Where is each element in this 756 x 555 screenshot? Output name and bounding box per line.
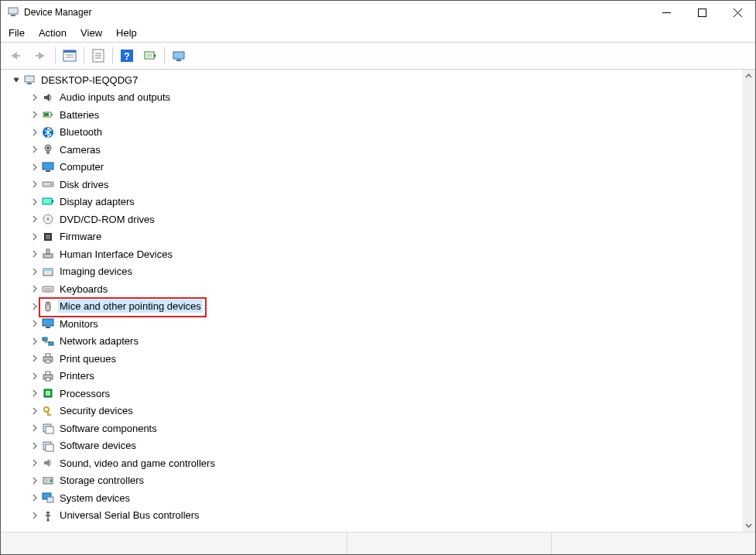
tree-category-row[interactable]: Sound, video and game controllers	[1, 454, 742, 472]
tree-category-row[interactable]: Computer	[1, 159, 742, 176]
svg-rect-35	[43, 198, 52, 204]
tree-category-label: Human Interface Devices	[58, 248, 174, 261]
computer-icon	[22, 73, 36, 87]
chevron-right-icon[interactable]	[29, 94, 41, 101]
tree-category-row[interactable]: Display adapters	[1, 194, 742, 211]
properties-button[interactable]	[87, 46, 109, 65]
svg-rect-68	[46, 444, 53, 451]
tree-root-row[interactable]: DESKTOP-IEQQDG7	[1, 71, 742, 89]
bluetooth-icon	[41, 125, 55, 139]
chevron-right-icon[interactable]	[29, 111, 41, 118]
tree-category-row[interactable]: Software devices	[1, 437, 742, 455]
cpu-icon	[41, 386, 55, 400]
chevron-right-icon[interactable]	[29, 163, 41, 171]
chevron-right-icon[interactable]	[29, 303, 41, 310]
chevron-right-icon[interactable]	[29, 372, 41, 380]
svg-rect-52	[43, 337, 47, 341]
battery-icon	[41, 108, 55, 122]
tree-category-row[interactable]: Monitors	[1, 315, 742, 333]
chevron-right-icon[interactable]	[29, 285, 41, 293]
tree-category-row[interactable]: Bluetooth	[1, 124, 742, 142]
tree-category-label: Network adapters	[58, 334, 140, 348]
storage-icon	[41, 474, 55, 488]
svg-rect-72	[47, 497, 53, 502]
tree-category-row[interactable]: Batteries	[1, 106, 742, 124]
mouse-icon	[41, 300, 55, 313]
scroll-up-button[interactable]	[742, 70, 755, 83]
forward-button[interactable]	[29, 47, 52, 64]
chevron-right-icon[interactable]	[29, 494, 41, 502]
menu-file[interactable]: File	[2, 26, 31, 40]
tree-category-row[interactable]: Print queues	[1, 350, 742, 368]
chevron-right-icon[interactable]	[29, 198, 41, 206]
chevron-right-icon[interactable]	[29, 320, 41, 327]
menu-help[interactable]: Help	[110, 26, 143, 40]
tree-category-row[interactable]: Mice and other pointing devices	[1, 298, 742, 316]
chevron-right-icon[interactable]	[29, 128, 41, 136]
scroll-track[interactable]	[742, 83, 755, 519]
tree-category-row[interactable]: Disk drives	[1, 176, 742, 194]
chevron-right-icon[interactable]	[29, 215, 41, 223]
vertical-scrollbar[interactable]	[742, 70, 755, 532]
chevron-right-icon[interactable]	[29, 442, 41, 450]
scroll-down-button[interactable]	[742, 519, 755, 532]
tree-category-row[interactable]: Printers	[1, 368, 742, 385]
chevron-right-icon[interactable]	[29, 337, 41, 345]
tree-category-row[interactable]: Storage controllers	[1, 472, 742, 490]
chevron-right-icon[interactable]	[29, 250, 41, 258]
tree-category-row[interactable]: DVD/CD-ROM drives	[1, 211, 742, 228]
toolbar: ?	[1, 43, 755, 70]
menu-view[interactable]: View	[74, 26, 108, 40]
dvd-icon	[41, 212, 55, 226]
device-manager-window: Device Manager File Action View Help	[0, 0, 756, 555]
tree-category-label: Mice and other pointing devices	[58, 300, 203, 313]
chevron-right-icon[interactable]	[29, 233, 41, 241]
chevron-right-icon[interactable]	[29, 180, 41, 188]
devices-by-type-button[interactable]	[168, 47, 191, 64]
device-tree[interactable]: DESKTOP-IEQQDG7 Audio inputs and outputs…	[1, 70, 742, 532]
svg-point-70	[50, 479, 53, 482]
chevron-down-icon[interactable]	[10, 76, 22, 84]
menubar: File Action View Help	[1, 24, 755, 41]
tree-category-label: Sound, video and game controllers	[58, 457, 217, 470]
chevron-right-icon[interactable]	[29, 477, 41, 485]
show-hide-console-tree-button[interactable]	[59, 46, 80, 65]
tree-root-label: DESKTOP-IEQQDG7	[39, 74, 139, 87]
minimize-button[interactable]	[648, 1, 684, 24]
svg-rect-66	[46, 427, 53, 433]
tree-category-row[interactable]: Universal Serial Bus controllers	[1, 507, 742, 525]
close-button[interactable]	[720, 1, 755, 24]
tree-category-row[interactable]: System devices	[1, 489, 742, 507]
tree-category-row[interactable]: Software components	[1, 420, 742, 437]
tree-category-row[interactable]: Audio inputs and outputs	[1, 89, 742, 107]
tree-category-row[interactable]: Processors	[1, 385, 742, 403]
back-button[interactable]	[4, 47, 27, 64]
tree-category-row[interactable]: Imaging devices	[1, 263, 742, 281]
toolbar-sep	[55, 47, 56, 64]
svg-rect-21	[176, 60, 181, 61]
svg-rect-3	[698, 9, 706, 16]
chevron-right-icon[interactable]	[29, 268, 41, 276]
svg-rect-61	[46, 391, 50, 396]
chevron-right-icon[interactable]	[29, 512, 41, 519]
menu-action[interactable]: Action	[32, 26, 73, 40]
chevron-right-icon[interactable]	[29, 355, 41, 362]
tree-category-row[interactable]: Human Interface Devices	[1, 245, 742, 263]
chevron-right-icon[interactable]	[29, 459, 41, 467]
network-icon	[41, 334, 55, 348]
tree-category-row[interactable]: Keyboards	[1, 280, 742, 298]
chevron-right-icon[interactable]	[29, 407, 41, 415]
tree-category-label: DVD/CD-ROM drives	[58, 213, 156, 226]
chevron-right-icon[interactable]	[29, 146, 41, 153]
chevron-right-icon[interactable]	[29, 389, 41, 397]
tree-category-row[interactable]: Security devices	[1, 403, 742, 420]
scan-hardware-button[interactable]	[139, 46, 161, 65]
chevron-right-icon[interactable]	[29, 424, 41, 432]
maximize-button[interactable]	[684, 1, 720, 24]
tree-category-label: Processors	[58, 387, 111, 400]
help-button[interactable]: ?	[116, 46, 138, 65]
tree-category-row[interactable]: Cameras	[1, 141, 742, 159]
tree-category-row[interactable]: Firmware	[1, 228, 742, 246]
svg-rect-56	[46, 360, 50, 363]
tree-category-row[interactable]: Network adapters	[1, 333, 742, 351]
